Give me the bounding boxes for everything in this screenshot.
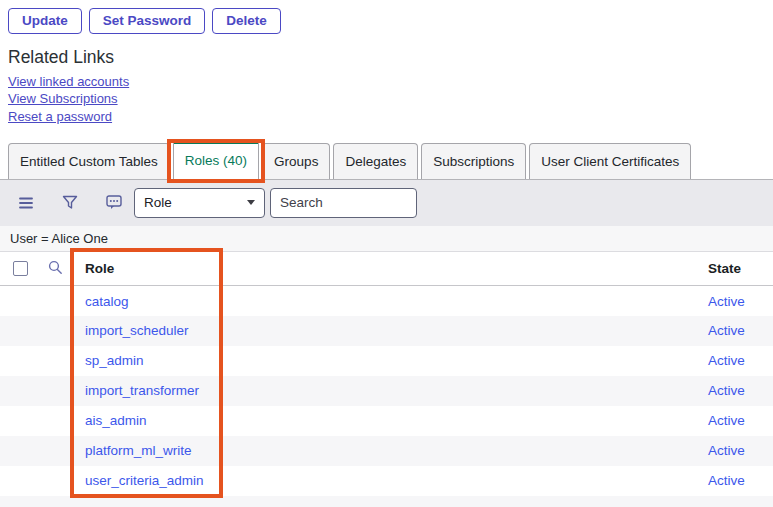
chevron-down-icon	[247, 200, 255, 205]
state-link[interactable]: Active	[708, 353, 745, 368]
link-view-subscriptions[interactable]: View Subscriptions	[8, 90, 773, 107]
table-row: catalog Active	[0, 286, 773, 316]
role-link[interactable]: ais_admin	[85, 413, 147, 428]
select-all-checkbox[interactable]	[13, 261, 28, 276]
table-row: import_scheduler Active	[0, 316, 773, 346]
column-header-role[interactable]: Role	[76, 252, 700, 286]
search-input[interactable]	[270, 188, 417, 218]
role-link[interactable]: import_scheduler	[85, 323, 189, 338]
tab-user-client-certificates[interactable]: User Client Certificates	[529, 143, 691, 179]
link-view-linked-accounts[interactable]: View linked accounts	[8, 73, 773, 90]
state-link[interactable]: Active	[708, 383, 745, 398]
link-reset-a-password[interactable]: Reset a password	[8, 108, 773, 125]
update-button[interactable]: Update	[8, 8, 82, 34]
table-row: ais_admin Active	[0, 406, 773, 436]
table-row: platform_ml_write Active	[0, 436, 773, 466]
list-toolbar: Role	[0, 180, 773, 226]
state-link[interactable]: Active	[708, 323, 745, 338]
role-link[interactable]: catalog	[85, 294, 129, 309]
search-column-select[interactable]: Role	[134, 188, 265, 218]
next-row-partial	[0, 496, 773, 507]
tab-subscriptions[interactable]: Subscriptions	[421, 143, 526, 179]
table-row: sp_admin Active	[0, 346, 773, 376]
table-header-row: Role State	[0, 252, 773, 286]
table-row: import_transformer Active	[0, 376, 773, 406]
comment-icon[interactable]	[106, 195, 122, 211]
search-icon[interactable]	[48, 260, 63, 275]
column-header-state[interactable]: State	[700, 252, 773, 286]
related-links-title: Related Links	[8, 47, 773, 67]
tab-delegates[interactable]: Delegates	[333, 143, 418, 179]
related-lists-tabstrip: Entitled Custom Tables Roles (40) Groups…	[0, 142, 773, 180]
role-link[interactable]: sp_admin	[85, 353, 144, 368]
search-column-value: Role	[144, 195, 172, 210]
related-links-section: Related Links View linked accounts View …	[8, 47, 773, 125]
filter-icon[interactable]	[62, 195, 78, 211]
delete-button[interactable]: Delete	[212, 8, 281, 34]
roles-table: Role State catalog Active import_schedul…	[0, 252, 773, 496]
state-link[interactable]: Active	[708, 413, 745, 428]
state-link[interactable]: Active	[708, 294, 745, 309]
state-link[interactable]: Active	[708, 473, 745, 488]
highlight-box-roles-tab	[167, 139, 265, 183]
state-link[interactable]: Active	[708, 443, 745, 458]
breadcrumb-row: User = Alice One	[0, 226, 773, 252]
tab-roles[interactable]: Roles (40)	[173, 139, 259, 180]
role-link[interactable]: import_transformer	[85, 383, 199, 398]
breadcrumb[interactable]: User = Alice One	[10, 231, 108, 246]
tab-groups[interactable]: Groups	[262, 143, 330, 179]
set-password-button[interactable]: Set Password	[89, 8, 206, 34]
menu-icon[interactable]	[18, 195, 34, 211]
tab-entitled-custom-tables[interactable]: Entitled Custom Tables	[8, 143, 170, 179]
role-link[interactable]: platform_ml_write	[85, 443, 192, 458]
form-action-bar: Update Set Password Delete	[0, 0, 773, 34]
table-row: user_criteria_admin Active	[0, 466, 773, 496]
role-link[interactable]: user_criteria_admin	[85, 473, 204, 488]
